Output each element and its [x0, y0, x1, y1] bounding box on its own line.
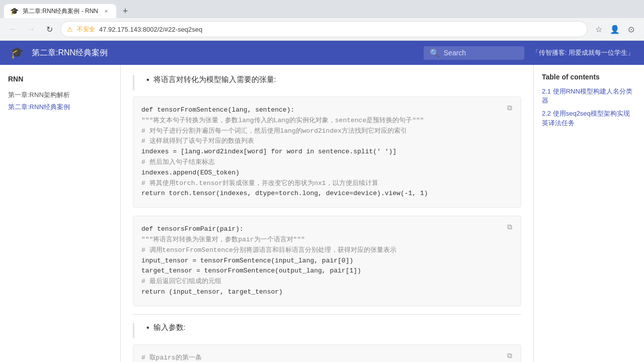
section-tensor-intro: • 将语言对转化为模型输入需要的张量: — [133, 75, 521, 90]
code-line-2-7: return (input_tensor, target_tensor) — [141, 287, 513, 298]
left-bar-2 — [133, 323, 134, 338]
code-line-2-2: """将语言对转换为张量对，参数pair为一个语言对""" — [141, 235, 513, 245]
code-line-1-5: indexes = [lang.word2index[word] for wor… — [141, 147, 513, 157]
code-line-3-1: # 取pairs的第一条 — [141, 353, 513, 362]
refresh-button[interactable]: ↻ — [42, 22, 56, 36]
active-tab[interactable]: 🎓 第二章:RNN经典案例 - RNN × — [4, 4, 116, 18]
code-line-1-9: return torch.tensor(indexes, dtype=torch… — [141, 189, 513, 199]
profile-button[interactable]: 👤 — [608, 22, 622, 36]
tab-close-button[interactable]: × — [102, 7, 110, 15]
code-line-2-6: # 最后返回它们组成的元组 — [141, 277, 513, 287]
url-bar[interactable]: ⚠ 不安全 47.92.175.143:8002/2/#22-seq2seq — [60, 21, 588, 37]
code-line-1-6: # 然后加入句子结束标志 — [141, 157, 513, 168]
menu-button[interactable]: ⊙ — [624, 22, 638, 36]
sidebar-link-chapter1[interactable]: 第一章:RNN架构解析 — [8, 91, 70, 99]
url-text: 47.92.175.143:8002/2/#22-seq2seq — [99, 26, 581, 33]
bullet-text-2: 输入参数: — [153, 323, 186, 332]
code-line-1-4: # 这样就得到了该句子对应的数值列表 — [141, 136, 513, 147]
sidebar: RNN 第一章:RNN架构解析 第二章:RNN经典案例 — [0, 65, 121, 362]
bullet-text-1: 将语言对转化为模型输入需要的张量: — [153, 75, 276, 84]
code-line-1-1: def tensorFromSentence(lang, sentence): — [141, 105, 513, 116]
tab-title: 第二章:RNN经典案例 - RNN — [23, 7, 98, 16]
copy-button-1[interactable]: ⧉ — [503, 101, 517, 115]
bullet-icon-1: • — [146, 75, 149, 84]
code-line-2-5: target_tensor = tensorFromSentence(outpu… — [141, 266, 513, 277]
sidebar-section-title: RNN — [8, 75, 112, 83]
forward-button[interactable]: → — [24, 22, 38, 36]
bullet-block-1: • 将语言对转化为模型输入需要的张量: — [142, 75, 521, 84]
code-block-1: ⧉ def tensorFromSentence(lang, sentence)… — [133, 97, 521, 208]
code-line-2-3: # 调用tensorFromSentence分别将源语言和目标语言分别处理，获得… — [141, 245, 513, 256]
blockquote-content-1: • 将语言对转化为模型输入需要的张量: — [142, 75, 521, 90]
toc-panel: Table of contents 2.1 使用RNN模型构建人名分类器 2.2… — [533, 65, 644, 362]
sidebar-item-chapter1[interactable]: 第一章:RNN架构解析 — [8, 89, 112, 101]
secure-icon: ⚠ — [67, 26, 73, 33]
divider-1 — [133, 314, 521, 315]
bullet-icon-2: • — [146, 323, 149, 332]
copy-button-3[interactable]: ⧉ — [503, 349, 517, 362]
code-block-3: ⧉ # 取pairs的第一条 pair = pairs[0] — [133, 344, 521, 362]
toc-item-2-1[interactable]: 2.1 使用RNN模型构建人名分类器 — [542, 87, 636, 105]
code-line-1-2: """将文本句子转换为张量，参数lang传入的Lang的实例化对象，senten… — [141, 116, 513, 126]
back-button[interactable]: ← — [6, 22, 20, 36]
code-line-1-7: indexes.append(EOS_token) — [141, 168, 513, 178]
search-icon: 🔍 — [430, 48, 440, 58]
sidebar-link-chapter2[interactable]: 第二章:RNN经典案例 — [8, 103, 70, 111]
app-title: 第二章:RNN经典案例 — [32, 48, 416, 58]
code-line-2-1: def tensorsFromPair(pair): — [141, 224, 513, 235]
toc-title: Table of contents — [542, 73, 636, 81]
bookmark-button[interactable]: ☆ — [592, 22, 606, 36]
code-line-1-3: # 对句子进行分割并遍历每一个词汇，然后使用lang的word2index方法找… — [141, 126, 513, 137]
tab-favicon: 🎓 — [10, 7, 19, 15]
page-layout: RNN 第一章:RNN架构解析 第二章:RNN经典案例 • 将语言对转化为模型输… — [0, 65, 644, 362]
app-tagline: 「传智播客: 用爱成就每一位学生」 — [532, 48, 634, 57]
app-header: 🎓 第二章:RNN经典案例 🔍 Search 「传智播客: 用爱成就每一位学生」 — [0, 41, 644, 65]
main-content: • 将语言对转化为模型输入需要的张量: ⧉ def tensorFromSent… — [121, 65, 533, 362]
app-logo: 🎓 — [10, 46, 24, 59]
bullet-block-2: • 输入参数: — [142, 323, 521, 332]
toc-item-2-2[interactable]: 2.2 使用seq2seq模型架构实现英译法任务 — [542, 109, 636, 127]
code-line-2-4: input_tensor = tensorFromSentence(input_… — [141, 256, 513, 266]
browser-chrome: 🎓 第二章:RNN经典案例 - RNN × + ← → ↻ ⚠ 不安全 47.9… — [0, 0, 644, 41]
blockquote-content-2: • 输入参数: — [142, 323, 521, 338]
address-bar: ← → ↻ ⚠ 不安全 47.92.175.143:8002/2/#22-seq… — [0, 18, 644, 40]
secure-label: 不安全 — [77, 25, 95, 34]
sidebar-item-chapter2[interactable]: 第二章:RNN经典案例 — [8, 101, 112, 113]
section-input-params: • 输入参数: — [133, 323, 521, 338]
search-box[interactable]: 🔍 Search — [424, 46, 524, 60]
tab-bar: 🎓 第二章:RNN经典案例 - RNN × + — [0, 0, 644, 18]
copy-button-2[interactable]: ⧉ — [503, 220, 517, 234]
toolbar-right: ☆ 👤 ⊙ — [592, 22, 638, 36]
search-placeholder: Search — [444, 49, 466, 57]
code-block-2: ⧉ def tensorsFromPair(pair): """将语言对转换为张… — [133, 216, 521, 306]
code-line-1-8: # 将其使用torch.tensor封装成张量，并改变它的形状为nx1，以方便后… — [141, 178, 513, 189]
left-bar-1 — [133, 75, 134, 90]
new-tab-button[interactable]: + — [118, 4, 132, 18]
